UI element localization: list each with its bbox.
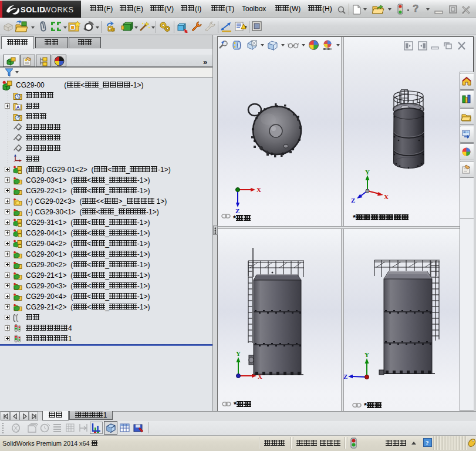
- svg-text:WORKS: WORKS: [43, 5, 74, 14]
- svg-text:Z: Z: [351, 197, 355, 204]
- svg-text:X: X: [258, 373, 262, 380]
- svg-text:?: ?: [426, 439, 429, 446]
- svg-text:SOLID: SOLID: [21, 5, 45, 14]
- svg-text:Z: Z: [343, 373, 347, 380]
- svg-text:Y: Y: [364, 351, 369, 358]
- svg-text:X: X: [384, 193, 389, 200]
- svg-text:Y: Y: [365, 170, 370, 176]
- svg-text:Y: Y: [236, 350, 241, 357]
- svg-text:X: X: [256, 186, 261, 193]
- svg-text:A: A: [16, 105, 20, 110]
